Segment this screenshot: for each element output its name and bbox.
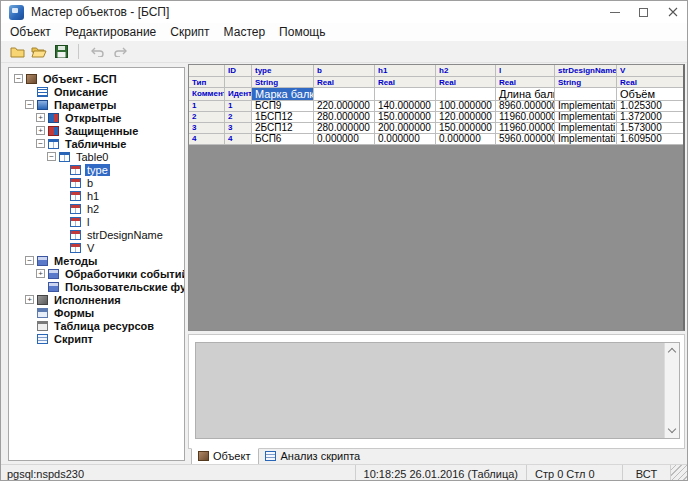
cell-r1-num[interactable]: 1 xyxy=(189,101,225,112)
tree-item-executions[interactable]: +Исполнения xyxy=(9,293,184,306)
col-header-row-label[interactable] xyxy=(189,65,225,77)
tree-item-script[interactable]: Скрипт xyxy=(9,332,184,345)
menu-edit[interactable]: Редактирование xyxy=(58,24,163,40)
cell-r1-h1[interactable]: 140.000000 xyxy=(375,101,436,112)
log-textarea[interactable] xyxy=(195,342,680,439)
col-header-b[interactable]: b xyxy=(314,65,375,77)
cell-r2-h1[interactable]: 150.000000 xyxy=(375,112,436,123)
tree-item-table0[interactable]: −Table0 xyxy=(9,150,184,163)
maximize-button[interactable] xyxy=(629,1,658,23)
tree-item-protected[interactable]: +Защищенные xyxy=(9,124,184,137)
cell-r4-b[interactable]: 0.000000 xyxy=(314,134,375,145)
col-header-type[interactable]: type xyxy=(252,65,314,77)
collapse-icon[interactable]: − xyxy=(25,100,34,109)
col-type-V[interactable]: Real xyxy=(617,77,685,88)
tab-script-analysis[interactable]: Анализ скрипта xyxy=(259,449,368,464)
save-object-button[interactable] xyxy=(50,42,72,61)
cell-r2-type[interactable]: 1БСП12 xyxy=(252,112,314,123)
cell-r3-h2[interactable]: 150.000000 xyxy=(436,123,496,134)
comment-cell-h1[interactable] xyxy=(375,88,436,101)
resize-grip[interactable] xyxy=(670,465,687,481)
cell-r3-strDesignName[interactable]: Implementati... xyxy=(555,123,617,134)
col-type-type[interactable]: String xyxy=(252,77,314,88)
cell-r1-ID[interactable]: 1 xyxy=(225,101,252,112)
cell-r3-type[interactable]: 2БСП12 xyxy=(252,123,314,134)
col-type-strDesignName[interactable]: String xyxy=(555,77,617,88)
cell-r1-h2[interactable]: 100.000000 xyxy=(436,101,496,112)
minimize-button[interactable] xyxy=(600,1,629,23)
tree-item-field-v[interactable]: V xyxy=(9,241,184,254)
comment-cell-row-label[interactable]: Коммент... xyxy=(189,88,225,101)
undo-button[interactable] xyxy=(87,42,109,61)
cell-r1-type[interactable]: БСП9 xyxy=(252,101,314,112)
comment-cell-ID[interactable]: Идентиф... xyxy=(225,88,252,101)
cell-r2-h2[interactable]: 120.000000 xyxy=(436,112,496,123)
close-button[interactable] xyxy=(658,1,687,23)
expand-icon[interactable]: + xyxy=(36,113,45,122)
tree-item-event-handlers[interactable]: +Обработчики событий xyxy=(9,267,184,280)
col-header-ID[interactable]: ID xyxy=(225,65,252,77)
tab-object[interactable]: Объект xyxy=(191,448,259,465)
tree-item-forms[interactable]: Формы xyxy=(9,306,184,319)
cell-r3-b[interactable]: 280.000000 xyxy=(314,123,375,134)
col-header-h2[interactable]: h2 xyxy=(436,65,496,77)
cell-r2-ID[interactable]: 2 xyxy=(225,112,252,123)
cell-r4-h2[interactable]: 0.000000 xyxy=(436,134,496,145)
col-type-h2[interactable]: Real xyxy=(436,77,496,88)
new-object-button[interactable] xyxy=(6,42,28,61)
cell-r3-num[interactable]: 3 xyxy=(189,123,225,134)
collapse-icon[interactable]: − xyxy=(36,139,45,148)
collapse-icon[interactable]: − xyxy=(14,74,23,83)
cell-r3-l[interactable]: 11960.000000 xyxy=(496,123,555,134)
tree-item-field-b[interactable]: b xyxy=(9,176,184,189)
cell-r4-num[interactable]: 4 xyxy=(189,134,225,145)
col-type-l[interactable]: Real xyxy=(496,77,555,88)
col-type-b[interactable]: Real xyxy=(314,77,375,88)
cell-r4-strDesignName[interactable]: Implementati... xyxy=(555,134,617,145)
collapse-icon[interactable]: − xyxy=(47,152,56,161)
open-object-button[interactable] xyxy=(28,42,50,61)
cell-r1-b[interactable]: 220.000000 xyxy=(314,101,375,112)
tree-item-tabular[interactable]: −Табличные xyxy=(9,137,184,150)
tree-item-user-functions[interactable]: Пользовательские функции xyxy=(9,280,184,293)
redo-button[interactable] xyxy=(109,42,131,61)
cell-r1-V[interactable]: 1.025300 xyxy=(617,101,685,112)
col-header-strDesignName[interactable]: strDesignName xyxy=(555,65,617,77)
cell-r3-h1[interactable]: 200.000000 xyxy=(375,123,436,134)
comment-cell-strDesignName[interactable] xyxy=(555,88,617,101)
col-type-ID[interactable] xyxy=(225,77,252,88)
comment-cell-h2[interactable] xyxy=(436,88,496,101)
tree-item-field-strdesignname[interactable]: strDesignName xyxy=(9,228,184,241)
expand-icon[interactable]: + xyxy=(25,295,34,304)
tree-item-field-type[interactable]: type xyxy=(9,163,184,176)
tree-item-public[interactable]: +Открытые xyxy=(9,111,184,124)
col-header-h1[interactable]: h1 xyxy=(375,65,436,77)
menu-object[interactable]: Объект xyxy=(3,24,58,40)
tree-item-resource-table[interactable]: Таблица ресурсов xyxy=(9,319,184,332)
cell-r2-l[interactable]: 11960.000000 xyxy=(496,112,555,123)
comment-cell-b[interactable] xyxy=(314,88,375,101)
tree-item-methods[interactable]: −Методы xyxy=(9,254,184,267)
expand-icon[interactable]: + xyxy=(36,269,45,278)
cell-r4-V[interactable]: 1.609500 xyxy=(617,134,685,145)
cell-r2-num[interactable]: 2 xyxy=(189,112,225,123)
cell-r2-strDesignName[interactable]: Implementati... xyxy=(555,112,617,123)
tree-item-field-h2[interactable]: h2 xyxy=(9,202,184,215)
cell-r2-V[interactable]: 1.372000 xyxy=(617,112,685,123)
collapse-icon[interactable]: − xyxy=(25,256,34,265)
selected-comment-cell[interactable]: Марка балки xyxy=(252,88,314,101)
menu-script[interactable]: Скрипт xyxy=(163,24,216,40)
cell-r4-type[interactable]: БСП6 xyxy=(252,134,314,145)
cell-r4-l[interactable]: 5960.000000 xyxy=(496,134,555,145)
menu-help[interactable]: Помощь xyxy=(272,24,332,40)
scroll-up-icon[interactable] xyxy=(668,348,676,356)
comment-cell-l[interactable]: Длина балки xyxy=(496,88,555,101)
log-scrollbar[interactable] xyxy=(664,343,679,438)
col-header-V[interactable]: V xyxy=(617,65,685,77)
tree-item-object-bsp[interactable]: −Объект - БСП xyxy=(9,72,184,85)
cell-r4-h1[interactable]: 0.000000 xyxy=(375,134,436,145)
col-header-l[interactable]: l xyxy=(496,65,555,77)
tree-item-parameters[interactable]: −Параметры xyxy=(9,98,184,111)
col-type-row-label[interactable]: Тип xyxy=(189,77,225,88)
cell-r3-ID[interactable]: 3 xyxy=(225,123,252,134)
